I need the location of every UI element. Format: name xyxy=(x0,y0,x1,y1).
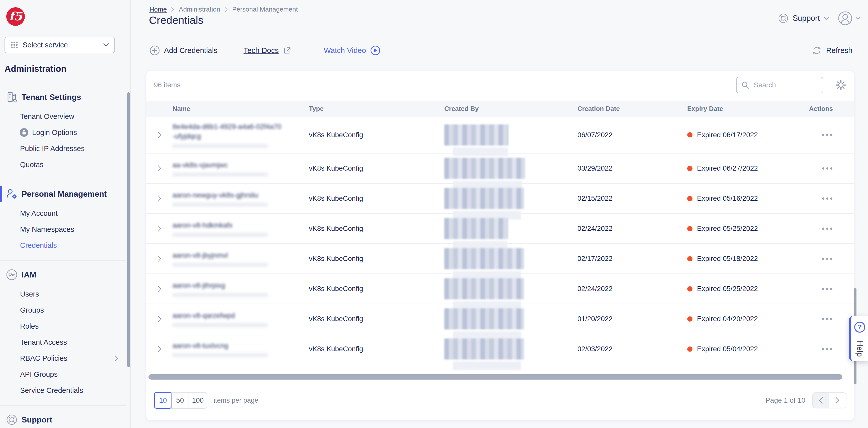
credential-name-cell: aaron-v8-hdkmkafx xyxy=(173,221,309,237)
col-created-by: Created By xyxy=(444,105,578,113)
chevron-down-icon xyxy=(856,17,861,20)
created-by-redacted-blur xyxy=(444,158,525,179)
col-actions: Actions xyxy=(798,105,839,113)
table-row: 8e4e4da-d6b1-4929-a4a6-02f4a70-ufyjdqcg … xyxy=(147,117,854,153)
sidebar-item-api-groups[interactable]: API Groups xyxy=(0,366,130,382)
play-circle-icon xyxy=(370,45,381,56)
row-actions-ellipsis-button[interactable] xyxy=(822,195,833,202)
sidebar-item-users[interactable]: Users xyxy=(0,286,130,302)
credential-name-cell: aaron-v8-jbyjnmvl xyxy=(173,251,309,267)
nav-item-label: Users xyxy=(20,290,39,298)
credential-name-cell: aaron-v8-qarzefwpd xyxy=(173,311,309,327)
support-menu[interactable]: Support xyxy=(778,13,829,24)
table-body: 8e4e4da-d6b1-4929-a4a6-02f4a70-ufyjdqcg … xyxy=(147,117,854,364)
watch-video-label: Watch Video xyxy=(324,46,366,55)
row-actions-ellipsis-button[interactable] xyxy=(822,256,833,262)
nav-item-label: My Account xyxy=(20,209,58,218)
row-expander-chevron-icon[interactable] xyxy=(147,285,173,292)
sidebar-item-groups[interactable]: Groups xyxy=(0,302,130,318)
search-icon xyxy=(741,81,750,89)
help-label: Help xyxy=(855,341,864,357)
add-credentials-button[interactable]: Add Credentials xyxy=(149,45,217,56)
sidebar-item-public-ip-addresses[interactable]: Public IP Addresses xyxy=(0,141,130,156)
row-actions-ellipsis-button[interactable] xyxy=(822,346,833,352)
search-input[interactable] xyxy=(753,81,818,89)
credential-name-redacted: aaron-v8-tuxlvcng xyxy=(173,341,283,350)
row-expander-chevron-icon[interactable] xyxy=(147,255,173,262)
table-settings-gear-icon[interactable] xyxy=(835,80,846,91)
row-expander-chevron-icon[interactable] xyxy=(147,165,173,172)
pagination-bar: 10 50 100 items per page Page 1 of 10 xyxy=(154,392,846,409)
row-expander-chevron-icon[interactable] xyxy=(147,132,173,139)
grid-icon xyxy=(10,41,18,49)
help-tab[interactable]: ? Help xyxy=(849,316,868,361)
expiry-status-text: Expired 05/25/2022 xyxy=(697,285,758,293)
row-actions-ellipsis-button[interactable] xyxy=(822,226,833,232)
sidebar-section-label: Personal Management xyxy=(22,190,107,199)
search-box xyxy=(736,77,824,93)
row-actions-ellipsis-button[interactable] xyxy=(822,165,833,172)
service-selector-label: Select service xyxy=(23,41,99,49)
sidebar-item-quotas[interactable]: Quotas xyxy=(0,156,130,173)
expiry-status-text: Expired 06/27/2022 xyxy=(697,164,758,172)
sidebar-item-login-options[interactable]: Login Options xyxy=(0,124,130,141)
sidebar-item-my-namespaces[interactable]: My Namespaces xyxy=(0,221,130,237)
sidebar: f5 Select service Administration xyxy=(0,0,131,428)
watch-video-link[interactable]: Watch Video xyxy=(324,45,381,56)
account-menu[interactable] xyxy=(838,11,861,26)
actions-cell xyxy=(798,132,839,138)
row-expander-chevron-icon[interactable] xyxy=(147,195,173,202)
expiry-status-text: Expired 05/04/2022 xyxy=(697,345,758,353)
redacted-subtext-blur xyxy=(173,263,268,267)
row-actions-ellipsis-button[interactable] xyxy=(822,316,833,322)
chevron-left-icon xyxy=(819,397,823,404)
row-expander-chevron-icon[interactable] xyxy=(147,225,173,232)
tech-docs-label: Tech Docs xyxy=(244,46,279,55)
sidebar-item-service-credentials[interactable]: Service Credentials xyxy=(0,382,130,398)
svg-text:f5: f5 xyxy=(9,9,23,23)
sidebar-section-personal-management[interactable]: Personal Management xyxy=(0,184,130,204)
previous-page-button[interactable] xyxy=(813,393,829,408)
sidebar-section-support[interactable]: Support xyxy=(0,410,130,428)
row-expander-chevron-icon[interactable] xyxy=(147,315,173,322)
page-size-100-button[interactable]: 100 xyxy=(189,393,207,408)
expiry-status-text: Expired 05/25/2022 xyxy=(697,225,758,233)
service-selector[interactable]: Select service xyxy=(4,37,115,53)
row-expander-chevron-icon[interactable] xyxy=(147,345,173,352)
redacted-subtext-blur xyxy=(173,144,268,148)
chevron-down-icon xyxy=(824,17,829,20)
breadcrumb-home-link[interactable]: Home xyxy=(149,5,167,13)
refresh-button[interactable]: Refresh xyxy=(812,45,852,56)
breadcrumb-item: Personal Management xyxy=(232,5,298,13)
tech-docs-link[interactable]: Tech Docs xyxy=(244,46,291,55)
page-indicator: Page 1 of 10 xyxy=(766,396,805,404)
credential-type: vK8s KubeConfig xyxy=(309,285,444,293)
table-row: aaron-v8-qarzefwpd vK8s KubeConfig 01/20… xyxy=(147,304,854,334)
plus-circle-icon xyxy=(149,45,160,56)
actions-cell xyxy=(798,346,839,352)
external-link-icon xyxy=(283,46,292,55)
sidebar-item-tenant-overview[interactable]: Tenant Overview xyxy=(0,108,130,124)
sidebar-section-label: Tenant Settings xyxy=(22,92,81,102)
sidebar-section-iam[interactable]: IAM xyxy=(0,265,130,285)
expired-status-dot xyxy=(687,226,692,231)
avatar-icon xyxy=(838,11,852,26)
sidebar-item-roles[interactable]: Roles xyxy=(0,318,130,334)
expired-status-dot xyxy=(687,166,692,171)
page-size-50-button[interactable]: 50 xyxy=(172,393,189,408)
actions-cell xyxy=(798,226,839,232)
sidebar-scrollbar[interactable] xyxy=(127,92,130,367)
table-header-row: Name Type Created By Creation Date Expir… xyxy=(147,101,854,117)
row-actions-ellipsis-button[interactable] xyxy=(822,132,833,138)
expired-status-dot xyxy=(687,256,692,261)
sidebar-item-credentials[interactable]: Credentials xyxy=(0,237,130,253)
table-horizontal-scrollbar[interactable] xyxy=(148,374,842,379)
expiry-cell: Expired 05/18/2022 xyxy=(687,255,798,263)
page-size-10-button[interactable]: 10 xyxy=(154,392,172,409)
next-page-button[interactable] xyxy=(829,393,846,408)
sidebar-section-tenant-settings[interactable]: Tenant Settings xyxy=(0,87,130,107)
sidebar-item-tenant-access[interactable]: Tenant Access xyxy=(0,334,130,350)
sidebar-item-my-account[interactable]: My Account xyxy=(0,205,130,221)
row-actions-ellipsis-button[interactable] xyxy=(822,286,833,292)
sidebar-item-rbac-policies[interactable]: RBAC Policies xyxy=(0,350,130,366)
